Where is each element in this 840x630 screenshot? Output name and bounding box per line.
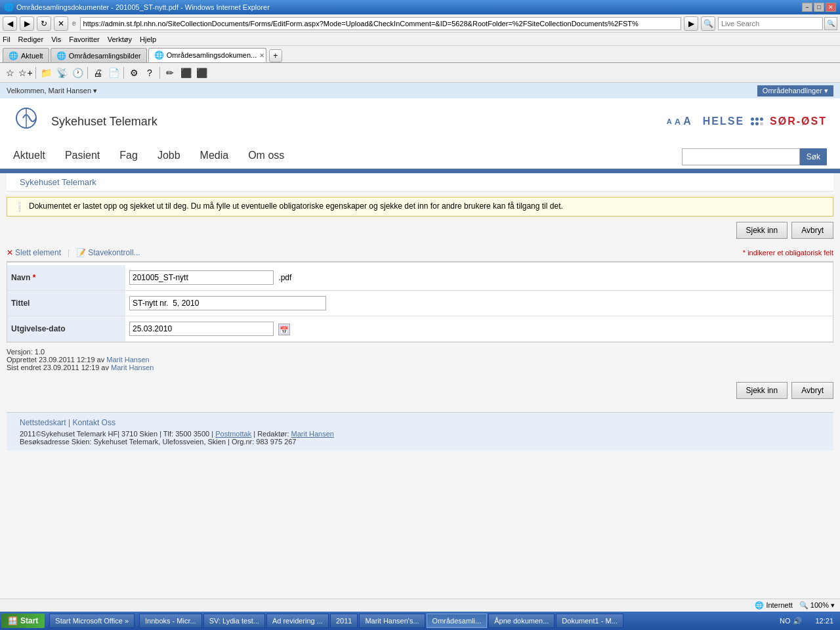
footer-redaktor-link[interactable]: Marit Hansen [291,430,334,438]
menu-fil[interactable]: Fil [3,35,10,43]
nav-media[interactable]: Media [200,150,229,164]
nav-pasient[interactable]: Pasient [65,150,100,164]
favorites-star-icon[interactable]: ☆ [3,66,17,80]
favorites-btn[interactable]: 📁 [39,66,53,80]
live-search-input[interactable] [718,17,823,30]
footer-line1: 2011©Sykehuset Telemark HF| 3710 Skien |… [20,430,820,438]
footer-nettstedskart-link[interactable]: Nettstedskart [20,418,66,427]
new-tab-button[interactable]: + [269,49,282,62]
footer-postmottak-link[interactable]: Postmottak [215,430,251,438]
zoom-level: 🔍 100% ▾ [799,601,835,610]
taskbar-btn-innboks[interactable]: Innboks - Micr... [139,614,202,628]
start-label: Start [20,616,38,625]
taskbar-btn-dok1[interactable]: Dokument1 - M... [556,614,623,628]
status-bar: 🌐 Internett 🔍 100% ▾ [0,598,840,612]
start-button[interactable]: 🪟 Start [1,614,45,628]
taskbar-btn-marit[interactable]: Marit Hansen's... [359,614,425,628]
browser-icon: 🌐 [4,3,14,12]
edit-icon[interactable]: ✏ [163,66,177,80]
print-icon[interactable]: 🖨 [91,66,105,80]
calendar-icon[interactable]: 📅 [278,324,290,335]
footer-kontakt-link[interactable]: Kontakt Oss [73,418,116,427]
form-row-tittel: Tittel [7,291,833,316]
modified-by-link[interactable]: Marit Hansen [111,364,154,371]
add-favorites-icon[interactable]: ☆+ [18,66,33,80]
sp-nav-menu: Aktuelt Pasient Fag Jobb Media Om oss Sø… [0,144,840,171]
tab-close-dok[interactable]: ✕ [259,52,264,59]
search-icon-btn[interactable]: 🔍 [701,16,715,31]
menu-favoritter[interactable]: Favoritter [69,35,99,43]
tab-aktuelt[interactable]: 🌐 Aktuelt [3,48,49,62]
toolbar-separator-3 [123,67,124,79]
label-navn: Navn * [7,265,125,291]
minimize-button[interactable]: − [802,3,812,12]
created-by-link[interactable]: Marit Hansen [106,356,149,364]
menu-verktoy[interactable]: Verktøy [108,35,132,43]
rss-icon[interactable]: 📡 [54,66,69,80]
cancel-button-top[interactable]: Avbryt [791,222,833,239]
nav-fag[interactable]: Fag [119,150,138,164]
go-button[interactable]: ▶ [684,16,698,31]
tabs-bar: 🌐 Aktuelt 🌐 Områdesamlingsbilder 🌐 Områd… [0,46,840,63]
start-icon: 🪟 [8,616,18,625]
refresh-button[interactable]: ↻ [37,16,51,31]
menu-vis[interactable]: Vis [51,35,61,43]
menu-bar: Fil Rediger Vis Favoritter Verktøy Hjelp [0,33,840,46]
nav-om-oss[interactable]: Om oss [248,150,284,164]
checkin-button-top[interactable]: Sjekk inn [736,222,788,239]
menu-rediger[interactable]: Rediger [18,35,44,43]
nav-bar: ◀ ▶ ↻ ✕ e ▶ 🔍 🔍 [0,14,840,33]
page-icon[interactable]: 📄 [106,66,121,80]
breadcrumb-link[interactable]: Sykehuset Telemark [20,177,96,187]
history-icon[interactable]: 🕐 [70,66,85,80]
checkin-button-bottom[interactable]: Sjekk inn [736,382,788,399]
tab-omradesamlingsdokumenter[interactable]: 🌐 Områdesamlingsdokumen... ✕ [148,48,266,62]
extra-icon-2[interactable]: ⬛ [194,66,209,80]
search-button[interactable]: Søk [800,148,827,165]
font-large-button[interactable]: A [683,116,691,127]
taskbar-btn-apne[interactable]: Åpne dokumen... [488,614,555,628]
warning-icon: ❕ [14,201,25,212]
tab-icon-aktuelt: 🌐 [9,51,18,60]
address-input[interactable] [80,17,681,30]
close-button[interactable]: ✕ [826,3,836,12]
welcome-text: Velkommen, Marit Hansen ▾ [7,87,97,95]
nav-aktuelt[interactable]: Aktuelt [13,150,45,164]
form-container: Navn * .pdf Tittel [7,262,833,343]
search-input[interactable] [682,148,800,165]
navn-input[interactable] [129,270,274,285]
address-label: e [72,20,76,27]
extra-icon-1[interactable]: ⬛ [178,66,193,80]
live-search-go-button[interactable]: 🔍 [824,17,837,30]
nav-jobb[interactable]: Jobb [158,150,180,164]
delete-label: Slett element [15,248,61,257]
tab-omradesamlingsbilder[interactable]: 🌐 Områdesamlingsbilder [51,48,147,62]
back-button[interactable]: ◀ [3,16,17,31]
maximize-button[interactable]: □ [814,3,824,12]
tittel-input[interactable] [129,296,326,310]
taskbar-btn-office[interactable]: Start Microsoft Office » [49,614,135,628]
created-text: Opprettet 23.09.2011 12:19 av Marit Hans… [7,356,833,364]
delete-link[interactable]: ✕ Slett element [7,248,61,257]
sp-top-bar: Velkommen, Marit Hansen ▾ Områdehandling… [0,83,840,98]
help-icon[interactable]: ? [142,66,157,80]
taskbar-btn-sv[interactable]: SV: Lydia test... [203,614,265,628]
cancel-button-bottom[interactable]: Avbryt [791,382,833,399]
tools-icon[interactable]: ⚙ [127,66,141,80]
menu-hjelp[interactable]: Hjelp [140,35,156,43]
taskbar-btn-ad[interactable]: Ad revidering ... [266,614,329,628]
tab-label-dok: Områdesamlingsdokumen... [167,51,257,59]
area-actions-button[interactable]: Områdehandlinger ▾ [757,85,833,96]
spellcheck-link[interactable]: 📝 Stavekontroll... [76,248,140,257]
font-medium-button[interactable]: A [675,117,681,127]
dato-input[interactable] [129,322,274,336]
status-right: 🌐 Internett 🔍 100% ▾ [755,601,835,610]
brand-helse-text: HELSE [703,116,744,127]
taskbar-btn-2011[interactable]: 2011 [330,614,358,628]
modified-text: Sist endret 23.09.2011 12:19 av Marit Ha… [7,364,833,371]
stop-button[interactable]: ✕ [54,16,68,31]
font-small-button[interactable]: A [667,117,672,125]
taskbar-sep-2 [136,616,137,626]
taskbar-btn-omrade[interactable]: Områdesamli... [427,614,488,628]
forward-button[interactable]: ▶ [20,16,34,31]
